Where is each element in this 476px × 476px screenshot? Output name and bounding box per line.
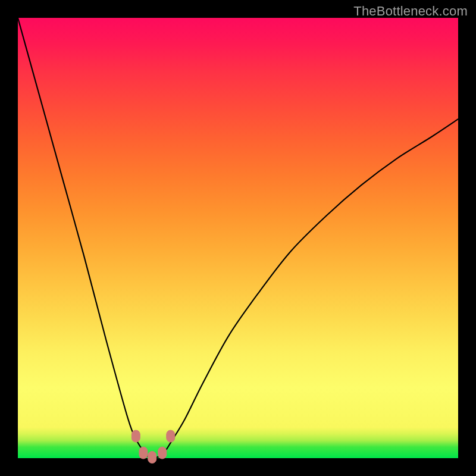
chart-frame: TheBottleneck.com [0, 0, 476, 476]
curve-marker [131, 430, 140, 442]
curve-marker [167, 430, 175, 442]
curve-svg [18, 18, 458, 458]
curve-marker [139, 447, 148, 459]
curve-marker [148, 452, 156, 464]
plot-area [18, 18, 458, 458]
bottleneck-curve [18, 18, 458, 459]
curve-marker [158, 447, 167, 459]
watermark-text: TheBottleneck.com [353, 4, 468, 19]
